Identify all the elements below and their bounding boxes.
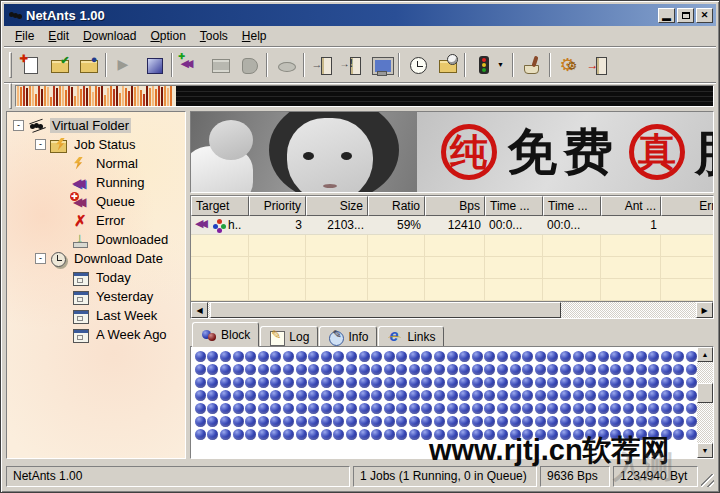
close-button[interactable]: ✕ <box>696 8 713 23</box>
block-dot <box>434 403 445 414</box>
tree-item-downloaded[interactable]: Downloaded <box>7 230 185 249</box>
column-header-error[interactable]: Error <box>661 196 714 216</box>
empty-grid-cell <box>191 235 249 257</box>
vscroll-track[interactable] <box>697 362 713 443</box>
tree-item-queue[interactable]: Queue <box>7 192 185 211</box>
toolbar-gripper[interactable] <box>9 52 12 78</box>
tab-block[interactable]: Block <box>192 322 259 347</box>
block-dot <box>283 351 294 362</box>
vscroll-thumb[interactable] <box>697 383 713 403</box>
block-dot <box>270 377 281 388</box>
scroll-down-icon[interactable]: ▼ <box>697 443 713 458</box>
column-header-ant[interactable]: Ant ... <box>601 196 661 216</box>
block-dot <box>522 390 533 401</box>
block-dot <box>270 364 281 375</box>
column-header-target[interactable]: Target <box>191 196 249 216</box>
options-gear-button[interactable] <box>554 51 583 78</box>
add-job-button[interactable] <box>15 51 44 78</box>
menu-item-download[interactable]: Download <box>76 27 143 45</box>
expand-collapse-box[interactable]: - <box>13 120 24 131</box>
expand-collapse-box[interactable]: - <box>35 139 46 150</box>
column-header-size[interactable]: Size <box>306 196 368 216</box>
maximize-button[interactable] <box>677 8 694 23</box>
tree-item-error[interactable]: Error <box>7 211 185 230</box>
menu-item-option[interactable]: Option <box>143 27 192 45</box>
import-door-button[interactable] <box>337 51 366 78</box>
tab-log[interactable]: Log <box>260 326 318 347</box>
block-dot <box>686 416 697 427</box>
empty-grid-cell <box>249 257 306 279</box>
tree-item-download-date[interactable]: -Download Date <box>7 249 185 268</box>
dropdown-caret-icon[interactable]: ▼ <box>497 61 504 68</box>
empty-grid-cell <box>661 279 714 301</box>
block-dot <box>333 364 344 375</box>
save-list-button[interactable] <box>271 51 300 78</box>
block-dot <box>434 351 445 362</box>
column-header-time[interactable]: Time ... <box>485 196 543 216</box>
menu-item-help[interactable]: Help <box>235 27 274 45</box>
column-header-ratio[interactable]: Ratio <box>368 196 425 216</box>
block-dot <box>207 390 218 401</box>
tree-item-yesterday[interactable]: Yesterday <box>7 287 185 306</box>
column-header-bps[interactable]: Bps <box>425 196 485 216</box>
add-batch-job-button[interactable] <box>73 51 102 78</box>
tab-links[interactable]: Links <box>378 326 444 347</box>
folder-tree-panel: -Virtual Folder-Job StatusNormalRunningQ… <box>6 111 186 459</box>
start-button[interactable] <box>110 51 139 78</box>
ants-button[interactable] <box>176 51 205 78</box>
block-dot <box>497 364 508 375</box>
tree-item-job-status[interactable]: -Job Status <box>7 135 185 154</box>
block-dot <box>623 416 634 427</box>
menu-item-tools[interactable]: Tools <box>193 27 235 45</box>
block-vscrollbar[interactable]: ▲ ▼ <box>697 347 713 458</box>
tree-item-running[interactable]: Running <box>7 173 185 192</box>
block-dot <box>359 390 370 401</box>
block-dot <box>296 364 307 375</box>
block-dot <box>484 390 495 401</box>
block-dot <box>409 377 420 388</box>
traffic-light-button[interactable]: ▼ <box>469 51 509 78</box>
scroll-left-icon[interactable]: ◀ <box>191 302 208 318</box>
exit-door-button[interactable] <box>583 51 612 78</box>
minimize-button[interactable]: ▬ <box>658 8 675 23</box>
stop-button[interactable] <box>139 51 168 78</box>
block-dot <box>636 364 647 375</box>
hscroll-thumb[interactable] <box>210 302 561 318</box>
resize-grip[interactable] <box>701 474 714 487</box>
browser-monitor-button[interactable] <box>366 51 395 78</box>
column-header-time[interactable]: Time ... <box>543 196 601 216</box>
tree-item-virtual-folder[interactable]: -Virtual Folder <box>7 116 185 135</box>
traffic-graph-empty <box>176 86 713 106</box>
column-header-priority[interactable]: Priority <box>249 196 306 216</box>
block-dot <box>258 377 269 388</box>
block-dot <box>673 416 684 427</box>
add-finished-job-button[interactable] <box>44 51 73 78</box>
block-dot <box>673 351 684 362</box>
traffic-bar <box>41 89 43 106</box>
export-door-button[interactable] <box>308 51 337 78</box>
scroll-up-icon[interactable]: ▲ <box>697 347 713 362</box>
ad-banner[interactable]: 纯免费真服务 <box>190 111 714 193</box>
traffic-bars <box>16 86 176 106</box>
hscroll-track[interactable] <box>208 302 696 318</box>
tree-item-a-week-ago[interactable]: A Week Ago <box>7 325 185 344</box>
tree-item-normal[interactable]: Normal <box>7 154 185 173</box>
snapshot-button[interactable] <box>205 51 234 78</box>
scheduler-clock-button[interactable] <box>403 51 432 78</box>
tree-item-last-week[interactable]: Last Week <box>7 306 185 325</box>
leech-pipe-button[interactable] <box>517 51 546 78</box>
tree-item-today[interactable]: Today <box>7 268 185 287</box>
menu-item-file[interactable]: File <box>8 27 41 45</box>
scroll-right-icon[interactable]: ▶ <box>696 302 713 318</box>
job-list-hscrollbar[interactable]: ◀ ▶ <box>191 301 713 318</box>
job-row[interactable]: h..32103...59%1241000:0...00:0...1 <box>191 216 713 235</box>
history-folder-button[interactable] <box>432 51 461 78</box>
block-dot <box>686 377 697 388</box>
strip-gripper[interactable] <box>9 83 12 109</box>
expand-collapse-box[interactable]: - <box>35 253 46 264</box>
traffic-bar <box>74 96 76 106</box>
menu-item-edit[interactable]: Edit <box>41 27 76 45</box>
tab-info[interactable]: Info <box>319 326 377 347</box>
block-dot-row <box>194 376 695 389</box>
clipboard-button[interactable] <box>234 51 263 78</box>
